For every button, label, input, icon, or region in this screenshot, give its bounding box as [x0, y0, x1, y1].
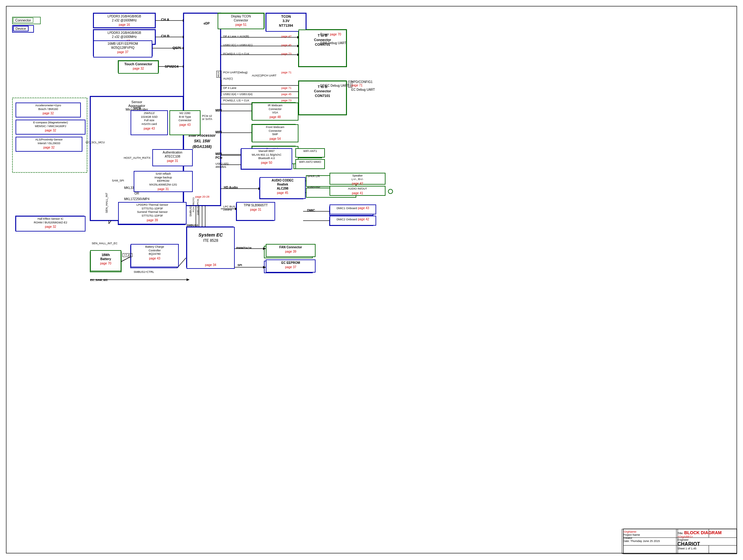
accel-gyro-box: Accelerometer+GyroBosch / BMI160 page 32 — [15, 102, 81, 118]
m2-ssd-box: 256/512/1024GB SSDFull sizemSATA card pa… — [131, 110, 168, 135]
i2c-scl-mcu-label: I2C_SCL_MCU — [86, 141, 105, 144]
thermal-sensor-box: LPDDR3 Thermal SensorSTTS751-1DP3FSurren… — [118, 202, 186, 224]
page-20-28: page 20-28 — [195, 195, 210, 198]
als-proximity-box: ALS/Proximity-SensorIntersil / ISL29033 … — [15, 137, 82, 152]
mipi3-label: MIPI — [215, 152, 222, 156]
audio-codec-box: AUDIO CODECRealtekALC298 page 45 — [260, 177, 306, 199]
chb-label: CH B — [161, 34, 169, 38]
pwm-tach-label: PWM/TACH — [236, 246, 252, 249]
sam-debug-uart-label: SAM Debug UART — [320, 41, 346, 45]
ec-sam-i2c-label: EC_SAM_I2C — [90, 278, 108, 282]
voltage-label: +7.4V — [123, 253, 132, 257]
smbus1-ctrl-label: SMBUS1+CTRL — [134, 270, 154, 274]
spi-i2c4-label: SPI/I2C4 — [165, 65, 178, 68]
sen-hall-int-ec-label: SEN_HALL_INT_EC — [92, 242, 118, 245]
legend-connector: Connector — [13, 18, 33, 23]
mux2-label: MUX — [348, 81, 352, 88]
fan-connector-box: FAN Connector page 39 — [266, 244, 315, 257]
usb20-usb30-4-label: USB2.0(4) + USB3.0(4) — [223, 93, 253, 96]
mipi1-label: MIPI — [215, 109, 222, 112]
mipi2-label: MIPI — [215, 131, 222, 134]
ec-debug-uart-label: EC Debug UART — [351, 88, 375, 91]
spi-label: SPI — [237, 264, 242, 267]
smbus3-1-label: SMBUS3 — [189, 205, 192, 217]
title-block: -OrgName- Project Name Creator Date: Thu… — [622, 529, 737, 554]
audio-mic-label: Audio+mic — [307, 186, 320, 189]
pcie-label: PCIe — [215, 156, 222, 159]
dp-ec-debug-uart: DP/EC Debug UART — [320, 84, 349, 87]
m2-connector-box: M2 2280B-M TypeConnector page 43 — [169, 110, 201, 135]
tcon-chip-box: TCON3.3VNT71394 — [266, 13, 306, 32]
wifi-ant1-box: WIFI ANT1 — [295, 148, 325, 157]
power-label: Power page 70 — [320, 33, 341, 36]
front-webcam-box: Front WebcamConnector5MP page 54 — [252, 124, 299, 142]
audio-inout-box: AUDIO IN/OUT page 41 — [330, 186, 386, 196]
hd-audio-label: HD Audio — [224, 186, 238, 189]
host-auth-label: HOST_AUTH_RX/TX — [124, 156, 150, 159]
usb20-5-label: USB2.0(5)480Mb/s — [215, 162, 228, 169]
battery-18wh-box: 18WhBattery page 70 — [90, 250, 121, 271]
svg-marker-92 — [186, 278, 190, 281]
mux1-label: MUX — [216, 71, 220, 78]
pcie5-l0l1-clk-label: PCIe5(L0, L1) + CLK — [223, 52, 249, 55]
hpd-config1-label: HPD/CONFIG1page 71 — [351, 80, 373, 87]
auth-atec-box: AuthenticationATECC108 page 31 — [152, 149, 193, 166]
pcie5-l2l3-clk-label: PCIe5(L2, L3) + CLK — [223, 99, 249, 102]
svg-line-97 — [121, 257, 131, 262]
touch-connector-box: Touch Connector page 32 — [118, 60, 159, 74]
smbus3-2-label: SMBUS3 — [186, 224, 198, 227]
speaker-box: SpeakerL+/-, R+/- page 42 — [330, 173, 386, 185]
edp-label: eDP — [204, 22, 210, 25]
dmic-label: DMIC — [307, 209, 315, 212]
battery-charge-box: Battery ChargeControllerBQ24780 page 43 — [131, 244, 179, 267]
system-ec-box: System EC ITE 8528 page 34 — [186, 227, 235, 269]
ec-eeprom-box: EC EEPROM page 37 — [266, 260, 315, 273]
dmic2-box: DMIC2 Onboard page 42 — [330, 216, 376, 226]
ecompass-box: E-compass (Magnetometer)MEMSIC / MMC3416… — [15, 120, 86, 135]
qspi-label: QSPI — [173, 46, 181, 50]
cha-label: CH A — [161, 18, 169, 21]
aux-c-label: AUX(C) — [223, 77, 233, 80]
tpm-box: TPM SLB9665TT page 31 — [236, 202, 275, 221]
ir-webcam-box: IR WebcamConnectorVGA page 48 — [252, 102, 299, 121]
sam-spi-label: SAM_SPI — [112, 179, 124, 182]
eeprom-16mb-box: 16MB UEFI EEPROM W25Q128FVPIQ page 37 — [93, 40, 152, 57]
hall-effect-box: Hall Effect Sensor ICROHM / BU52058GWZ-E… — [15, 216, 86, 232]
legend-device: Device — [13, 26, 29, 31]
svg-line-86 — [121, 257, 131, 262]
i2c0-label: I2C0 — [134, 106, 141, 110]
sam-eeprom-box: SAM reflashimage backupEEPROMMX25L4006EZ… — [134, 171, 193, 192]
dp4-aux-b-page: page 47 — [281, 35, 292, 38]
smbus-pcie-label: SMBUS3/PCIe — [196, 199, 199, 215]
sen-hall-int-label: SEN_HALL_INT — [105, 193, 108, 213]
usb20-usb30-1-label: USB2.0(1) + USB3.0(1) — [223, 44, 253, 47]
spkr-lr-label: SPKR L/R — [307, 175, 320, 178]
marvell-wifi-box: Marvell 8897WLAN 802.11 /b/g/n/ACBluetoo… — [241, 148, 292, 169]
lpddr3-cha-box: LPDDR3 2GB/4GB/8GB 2 x32 @1600MHz page 1… — [93, 13, 156, 28]
dp4-aux-b-label: DP 4 Lane + AUX(B) — [223, 35, 249, 38]
dp4-lane-label: DP 4 Lane — [223, 86, 236, 90]
pch-proto-label: PCH PROTO — [192, 197, 195, 212]
aux-c-pch-uart-label: AUX(C)/PCH UART — [252, 74, 276, 77]
pcie-x2-sata-label: PCIe x2or SATA — [202, 114, 212, 121]
display-tcon-box: Display TCONConnector page 51 — [218, 13, 264, 29]
wifi-ant2-box: WIFI ANT2 MIMO — [295, 159, 325, 169]
audio-circle — [388, 189, 393, 194]
lpc-bus-label: LPC BUS24MHz — [223, 205, 235, 211]
dmic1-box: DMIC1 Onboard page 43 — [330, 204, 376, 215]
pch-uart-debug-label: PCH UART(Debug) — [223, 71, 248, 74]
block-diagram: Connector Device LPDDR3 2GB/4GB/8GB 2 x3… — [0, 0, 743, 560]
